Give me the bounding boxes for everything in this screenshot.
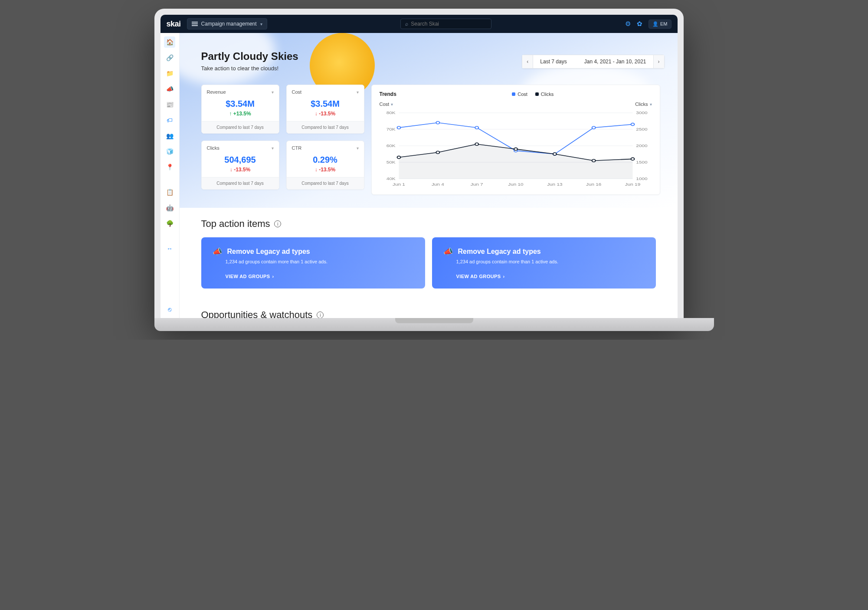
menu-icon bbox=[192, 21, 198, 27]
arrow-up-icon: ↑ bbox=[229, 111, 232, 117]
sidebar-folder-icon[interactable]: 📁 bbox=[164, 68, 175, 79]
sidebar-people-icon[interactable]: 👥 bbox=[164, 130, 175, 141]
sidebar-pin-icon[interactable]: 📍 bbox=[164, 161, 175, 173]
sidebar-logout-icon[interactable]: ⎋ bbox=[164, 304, 175, 315]
metric-delta: ↑ +13.5% bbox=[202, 111, 279, 117]
svg-text:50K: 50K bbox=[386, 160, 395, 164]
main-content: Partly Cloudy Skies Take action to clear… bbox=[180, 33, 678, 318]
metric-name: Revenue bbox=[207, 89, 226, 95]
trends-legend: Cost Clicks bbox=[512, 92, 554, 97]
action-subtitle: 1,234 ad groups contain more than 1 acti… bbox=[226, 259, 414, 264]
section-title: Opportunities & watchouts i bbox=[201, 309, 656, 318]
svg-text:Jun 13: Jun 13 bbox=[547, 182, 563, 186]
megaphone-icon: 📣 bbox=[443, 247, 453, 256]
arrow-down-icon: ↓ bbox=[315, 111, 318, 117]
campaign-nav-select[interactable]: Campaign management ▾ bbox=[187, 18, 267, 30]
info-icon[interactable]: i bbox=[317, 312, 324, 318]
search-input-wrap[interactable]: ⌕ bbox=[400, 19, 491, 29]
metric-name: CTR bbox=[292, 145, 302, 151]
svg-text:80K: 80K bbox=[386, 111, 395, 115]
sidebar-list-icon[interactable]: 📋 bbox=[164, 187, 175, 198]
svg-point-30 bbox=[436, 151, 439, 154]
search-input[interactable] bbox=[411, 21, 487, 27]
chevron-down-icon: ▾ bbox=[260, 22, 262, 26]
metric-compare: Compared to last 7 days bbox=[202, 121, 279, 133]
sidebar-cube-icon[interactable]: 🧊 bbox=[164, 146, 175, 157]
search-icon: ⌕ bbox=[405, 21, 408, 27]
svg-point-28 bbox=[631, 123, 634, 126]
sidebar-tree-icon[interactable]: 🌳 bbox=[164, 218, 175, 229]
chevron-down-icon: ▾ bbox=[650, 102, 652, 107]
action-cta[interactable]: VIEW AD GROUPS › bbox=[456, 274, 645, 279]
user-menu[interactable]: 👤 EM bbox=[649, 20, 671, 29]
info-icon[interactable]: i bbox=[274, 220, 281, 227]
metric-menu-icon[interactable]: ▾ bbox=[357, 146, 359, 151]
right-axis-select[interactable]: Clicks ▾ bbox=[635, 102, 652, 107]
sidebar: 🏠 🔗 📁 📣 📰 🏷 👥 🧊 📍 📋 🤖 🌳 ↔ ⎋ bbox=[160, 33, 180, 318]
nav-label: Campaign management bbox=[201, 21, 257, 27]
svg-text:Jun 7: Jun 7 bbox=[470, 182, 483, 186]
sidebar-hierarchy-icon[interactable]: 🔗 bbox=[164, 52, 175, 63]
metric-card-ctr: CTR▾ 0.29% ↓ -13.5% Compared to last 7 d… bbox=[286, 141, 364, 190]
svg-point-24 bbox=[475, 126, 478, 129]
trends-chart: 40K50K60K70K80K10001500200025003000Jun 1… bbox=[380, 110, 652, 188]
sidebar-robot-icon[interactable]: 🤖 bbox=[164, 202, 175, 213]
section-title: Top action items i bbox=[201, 218, 656, 230]
metric-menu-icon[interactable]: ▾ bbox=[357, 90, 359, 95]
svg-text:Jun 4: Jun 4 bbox=[431, 182, 444, 186]
svg-text:Jun 10: Jun 10 bbox=[508, 182, 524, 186]
date-range-value: Jan 4, 2021 - Jan 10, 2021 bbox=[584, 59, 646, 65]
svg-text:1500: 1500 bbox=[636, 160, 647, 164]
opportunities-section: Opportunities & watchouts i bbox=[180, 299, 678, 318]
svg-text:3000: 3000 bbox=[636, 111, 647, 115]
svg-point-31 bbox=[475, 143, 478, 145]
metric-card-cost: Cost▾ $3.54M ↓ -13.5% Compared to last 7… bbox=[286, 85, 364, 134]
svg-text:Jun 16: Jun 16 bbox=[586, 182, 602, 186]
chevron-right-icon: › bbox=[503, 274, 504, 279]
sidebar-swap-icon[interactable]: ↔ bbox=[164, 243, 175, 254]
chevron-right-icon: › bbox=[272, 274, 274, 279]
sidebar-home-icon[interactable]: 🏠 bbox=[164, 36, 175, 48]
user-initials: EM bbox=[660, 21, 668, 26]
sidebar-megaphone-icon[interactable]: 📣 bbox=[164, 83, 175, 95]
svg-text:1000: 1000 bbox=[636, 177, 647, 180]
legend-dot-cost bbox=[512, 92, 515, 96]
chevron-down-icon: ▾ bbox=[391, 102, 393, 107]
left-axis-select[interactable]: Cost ▾ bbox=[380, 102, 393, 107]
action-card: 📣Remove Legacy ad types 1,234 ad groups … bbox=[432, 237, 656, 289]
metric-value: $3.54M bbox=[202, 99, 279, 109]
arrow-down-icon: ↓ bbox=[230, 167, 233, 173]
metric-delta: ↓ -13.5% bbox=[287, 167, 364, 173]
metric-value: 504,695 bbox=[202, 155, 279, 165]
action-title: Remove Legacy ad types bbox=[227, 248, 310, 256]
settings-icon[interactable]: ✿ bbox=[637, 20, 642, 28]
date-next-button[interactable]: › bbox=[653, 55, 664, 68]
action-cta[interactable]: VIEW AD GROUPS › bbox=[226, 274, 414, 279]
svg-point-29 bbox=[397, 156, 400, 159]
metric-menu-icon[interactable]: ▾ bbox=[272, 90, 274, 95]
metric-name: Clicks bbox=[207, 145, 219, 151]
svg-point-33 bbox=[553, 153, 556, 155]
svg-point-35 bbox=[631, 157, 634, 160]
legend-dot-clicks bbox=[535, 92, 539, 96]
svg-point-22 bbox=[397, 126, 400, 129]
svg-text:2500: 2500 bbox=[636, 127, 647, 131]
filters-icon[interactable]: ⚙ bbox=[625, 20, 631, 28]
metric-value: 0.29% bbox=[287, 155, 364, 165]
user-icon: 👤 bbox=[652, 21, 658, 27]
action-card: 📣Remove Legacy ad types 1,234 ad groups … bbox=[201, 237, 425, 289]
svg-text:40K: 40K bbox=[386, 177, 395, 180]
metric-compare: Compared to last 7 days bbox=[287, 121, 364, 133]
date-range-picker[interactable]: ‹ Last 7 days Jan 4, 2021 - Jan 10, 2021… bbox=[522, 55, 664, 69]
sidebar-ads-icon[interactable]: 📰 bbox=[164, 99, 175, 110]
date-prev-button[interactable]: ‹ bbox=[522, 55, 533, 68]
hero: Partly Cloudy Skies Take action to clear… bbox=[180, 33, 678, 208]
action-subtitle: 1,234 ad groups contain more than 1 acti… bbox=[456, 259, 645, 264]
svg-point-32 bbox=[514, 148, 518, 151]
top-actions-section: Top action items i 📣Remove Legacy ad typ… bbox=[180, 208, 678, 299]
svg-text:70K: 70K bbox=[386, 127, 395, 131]
metric-menu-icon[interactable]: ▾ bbox=[272, 146, 274, 151]
metric-delta: ↓ -13.5% bbox=[202, 167, 279, 173]
sidebar-tag-icon[interactable]: 🏷 bbox=[164, 115, 175, 126]
app-screen: skai Campaign management ▾ ⌕ ⚙ ✿ 👤 EM 🏠 … bbox=[160, 15, 678, 318]
